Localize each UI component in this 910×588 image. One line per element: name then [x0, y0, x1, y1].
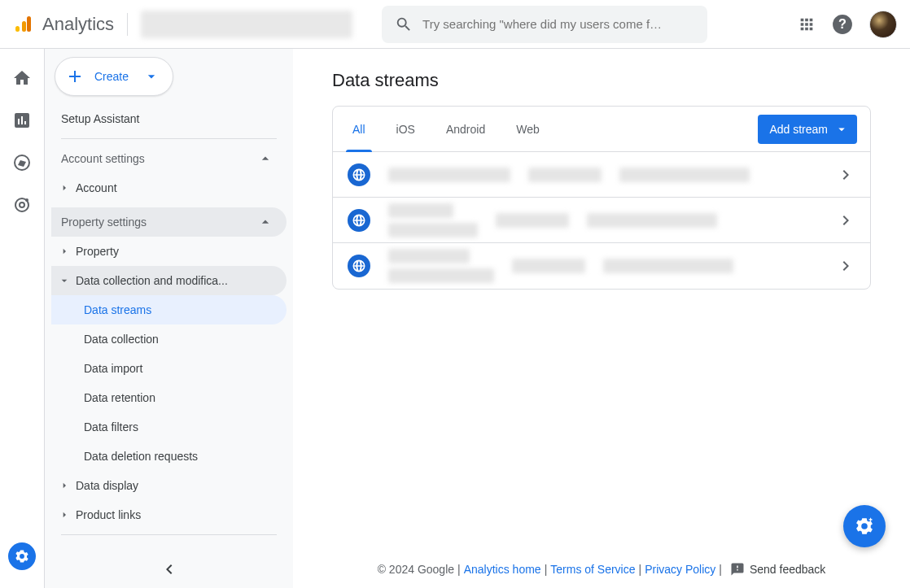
account-item-label: Account — [76, 181, 117, 194]
svg-rect-0 — [15, 26, 20, 32]
admin-sidebar: Create Setup Assistant Account settings … — [45, 49, 293, 588]
gear-sparkle-icon — [854, 516, 875, 537]
data-display-item[interactable]: Data display — [51, 471, 287, 500]
tab-android[interactable]: Android — [440, 107, 492, 151]
help-icon[interactable]: ? — [832, 14, 853, 35]
stream-name-redacted — [388, 168, 510, 182]
search-box[interactable] — [382, 6, 707, 43]
page-footer: © 2024 Google | Analytics home | Terms o… — [332, 551, 871, 588]
assistant-fab[interactable] — [843, 505, 886, 547]
collapse-sidebar-icon[interactable] — [160, 560, 179, 579]
copyright-text: © 2024 Google — [378, 563, 454, 576]
account-settings-label: Account settings — [61, 152, 145, 165]
header-divider — [127, 13, 128, 36]
svg-text:?: ? — [838, 16, 847, 31]
search-input[interactable] — [422, 17, 694, 31]
chevron-right-icon — [836, 256, 855, 276]
main-content: Data streams All iOS Android Web Add str… — [293, 49, 910, 588]
stream-row[interactable] — [333, 198, 870, 243]
caret-right-icon — [58, 181, 71, 194]
chevron-right-icon — [836, 165, 855, 185]
nav-data-retention[interactable]: Data retention — [51, 383, 287, 412]
property-settings-header[interactable]: Property settings — [51, 207, 287, 237]
data-collection-group[interactable]: Data collection and modifica... — [51, 266, 287, 295]
account-item[interactable]: Account — [51, 173, 287, 203]
caret-right-icon — [58, 479, 71, 492]
tos-link[interactable]: Terms of Service — [550, 563, 635, 576]
dropdown-caret-icon — [143, 68, 160, 85]
web-stream-icon — [348, 255, 370, 277]
setup-assistant-link[interactable]: Setup Assistant — [51, 104, 287, 133]
send-feedback-button[interactable]: Send feedback — [730, 562, 825, 577]
property-item[interactable]: Property — [51, 237, 287, 266]
nav-data-streams[interactable]: Data streams — [51, 295, 287, 324]
account-settings-header[interactable]: Account settings — [51, 144, 287, 173]
apps-icon[interactable] — [798, 15, 816, 33]
explore-icon[interactable] — [12, 153, 32, 172]
stream-row[interactable] — [333, 152, 870, 198]
svg-point-8 — [25, 198, 28, 202]
caret-right-icon — [58, 508, 71, 521]
stream-id-redacted — [619, 168, 750, 182]
home-icon[interactable] — [12, 68, 32, 88]
search-icon — [395, 15, 413, 33]
product-links-item[interactable]: Product links — [51, 500, 287, 529]
advertising-icon[interactable] — [12, 195, 32, 215]
privacy-link[interactable]: Privacy Policy — [645, 563, 715, 576]
web-stream-icon — [348, 163, 370, 186]
caret-right-icon — [58, 245, 71, 258]
nav-data-import[interactable]: Data import — [51, 354, 287, 383]
create-button[interactable]: Create — [55, 57, 173, 96]
stream-url-redacted — [528, 168, 602, 182]
admin-gear-button[interactable] — [8, 542, 36, 570]
stream-url-redacted — [512, 259, 585, 273]
brand-name: Analytics — [42, 14, 114, 35]
chevron-up-icon — [257, 214, 273, 230]
stream-id-redacted — [603, 259, 733, 273]
gear-icon — [14, 548, 30, 564]
add-stream-label: Add stream — [769, 123, 828, 136]
stream-id-redacted — [587, 213, 717, 228]
svg-point-7 — [20, 203, 24, 207]
reports-icon[interactable] — [12, 111, 32, 130]
streams-card: All iOS Android Web Add stream — [332, 106, 871, 290]
analytics-logo-icon — [13, 15, 33, 34]
feedback-label: Send feedback — [750, 563, 825, 576]
sidebar-divider — [61, 138, 277, 139]
create-button-label: Create — [94, 70, 129, 83]
nav-data-collection[interactable]: Data collection — [51, 324, 287, 354]
svg-rect-1 — [22, 21, 26, 32]
stream-url-redacted — [496, 213, 569, 228]
chevron-right-icon — [836, 211, 855, 230]
data-display-label: Data display — [76, 479, 138, 492]
chevron-up-icon — [257, 150, 273, 167]
dropdown-caret-icon — [834, 122, 849, 137]
add-stream-button[interactable]: Add stream — [758, 115, 857, 144]
property-item-label: Property — [76, 245, 119, 258]
nav-data-filters[interactable]: Data filters — [51, 412, 287, 442]
product-links-label: Product links — [76, 508, 141, 521]
app-header: Analytics ? — [0, 0, 910, 49]
svg-rect-2 — [27, 16, 31, 32]
tab-all[interactable]: All — [346, 107, 372, 151]
account-avatar[interactable] — [869, 11, 897, 38]
nav-data-deletion[interactable]: Data deletion requests — [51, 442, 287, 471]
data-collection-group-label: Data collection and modifica... — [76, 274, 228, 287]
feedback-icon — [730, 562, 745, 577]
property-settings-label: Property settings — [61, 216, 147, 229]
sidebar-divider — [61, 534, 277, 535]
brand-block[interactable]: Analytics — [13, 14, 114, 35]
caret-down-icon — [58, 274, 71, 287]
tab-web[interactable]: Web — [510, 107, 546, 151]
stream-row[interactable] — [333, 243, 870, 289]
plus-icon — [65, 67, 85, 86]
property-selector-redacted[interactable] — [141, 11, 352, 38]
tab-ios[interactable]: iOS — [390, 107, 422, 151]
web-stream-icon — [348, 209, 370, 232]
nav-rail — [0, 49, 45, 588]
page-title: Data streams — [332, 70, 871, 91]
analytics-home-link[interactable]: Analytics home — [464, 563, 541, 576]
tabs-row: All iOS Android Web Add stream — [333, 107, 870, 152]
